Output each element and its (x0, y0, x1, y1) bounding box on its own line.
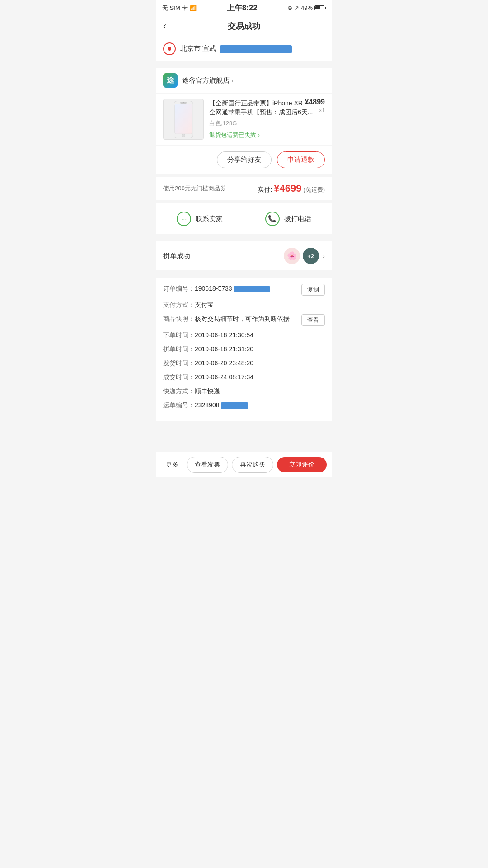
ship-time-row: 发货时间： 2019-06-20 23:48:20 (163, 359, 325, 368)
phone-icon: 📞 (265, 212, 280, 226)
pay-method-value: 支付宝 (195, 300, 325, 310)
group-arrow: › (323, 252, 325, 260)
copy-button[interactable]: 复制 (301, 284, 325, 296)
contact-seller-label: 联系卖家 (196, 215, 223, 223)
ship-time-label: 发货时间： (163, 359, 195, 368)
deal-time-row: 成交时间： 2019-06-24 08:17:34 (163, 373, 325, 382)
divider (156, 64, 332, 68)
group-time-value: 2019-06-18 21:31:20 (195, 344, 325, 354)
status-right: ⊕ ↗ 49% (287, 5, 326, 11)
order-time-label: 下单时间： (163, 330, 195, 340)
order-no-label: 订单编号： (163, 284, 195, 293)
tracking-label: 运单编号： (163, 401, 195, 410)
sim-status: 无 SIM 卡 (162, 4, 188, 12)
product-price: ¥4899 (305, 98, 325, 106)
contact-row: ··· 联系卖家 📞 拨打电话 (156, 203, 332, 234)
tracking-row: 运单编号： 2328908 (163, 401, 325, 410)
call-seller[interactable]: 📞 拨打电话 (244, 203, 333, 234)
header: ‹ 交易成功 (156, 16, 332, 37)
location-icon: ⊕ (287, 5, 292, 11)
group-title: 拼单成功 (163, 252, 284, 260)
actual-pay: 实付: ¥4699 (免运费) (258, 183, 325, 194)
coupon-text: 使用200元无门槛商品券 (163, 184, 226, 193)
share-button[interactable]: 分享给好友 (217, 151, 272, 168)
bottom-spacer (156, 425, 332, 452)
ship-time-value: 2019-06-20 23:48:20 (195, 359, 325, 368)
store-name: 途谷官方旗舰店 (182, 76, 230, 85)
snapshot-row: 商品快照： 核对交易细节时，可作为判断依据 查看 (163, 314, 325, 326)
battery-icon (314, 5, 326, 10)
group-avatars: 🌸 +2 (284, 248, 319, 264)
section-divider-2 (156, 274, 332, 278)
deal-time-value: 2019-06-24 08:17:34 (195, 373, 325, 382)
order-details: 订单编号： 190618-5733 复制 支付方式： 支付宝 商品快照： 核对交… (156, 278, 332, 421)
deal-time-label: 成交时间： (163, 373, 195, 382)
status-time: 上午8:22 (227, 3, 258, 13)
pay-method-row: 支付方式： 支付宝 (163, 300, 325, 310)
product-info: ¥4899 x1 【全新国行正品带票】iPhone XR 全网通苹果手机【预售：… (209, 99, 325, 139)
order-no-row: 订单编号： 190618-5733 复制 (163, 284, 325, 296)
review-button[interactable]: 立即评价 (277, 457, 327, 472)
svg-point-3 (183, 102, 184, 103)
product-qty: x1 (319, 107, 325, 113)
battery-percent: 49% (301, 5, 313, 11)
avatar-1: 🌸 (284, 248, 300, 264)
order-time-value: 2019-06-18 21:30:54 (195, 330, 325, 340)
free-ship: (免运费) (303, 186, 325, 193)
svg-rect-4 (175, 104, 192, 133)
group-time-label: 拼单时间： (163, 344, 195, 354)
order-no-blur (234, 286, 270, 292)
product-card: ¥4899 x1 【全新国行正品带票】iPhone XR 全网通苹果手机【预售：… (156, 94, 332, 145)
product-image (163, 99, 204, 140)
payment-info: 使用200元无门槛商品券 实付: ¥4699 (免运费) (156, 177, 332, 200)
pay-method-label: 支付方式： (163, 300, 195, 310)
more-button[interactable]: 更多 (161, 458, 183, 472)
group-time-row: 拼单时间： 2019-06-18 21:31:20 (163, 344, 325, 354)
status-left: 无 SIM 卡 📶 (162, 4, 197, 12)
snapshot-value: 核对交易细节时，可作为判断依据 (195, 314, 301, 324)
product-spec: 白色,128G (209, 119, 325, 127)
store-bar[interactable]: 途 途谷官方旗舰店 › (156, 68, 332, 93)
view-button[interactable]: 查看 (301, 314, 325, 326)
bottom-bar: 更多 查看发票 再次购买 立即评价 (156, 452, 332, 477)
tracking-value: 2328908 (195, 401, 325, 410)
refund-link[interactable]: 退货包运费已失效 › (209, 131, 325, 139)
store-logo: 途 (163, 73, 178, 88)
wifi-icon: 📶 (189, 5, 197, 11)
contact-seller[interactable]: ··· 联系卖家 (156, 203, 244, 234)
order-no-value: 190618-5733 (195, 284, 301, 293)
address-bar: 北京市 宣武 (156, 37, 332, 61)
express-row: 快递方式： 顺丰快递 (163, 387, 325, 396)
location-icon (163, 42, 176, 55)
snapshot-label: 商品快照： (163, 314, 195, 324)
section-divider (156, 238, 332, 241)
signal-icon: ↗ (294, 5, 299, 11)
message-icon: ··· (177, 212, 191, 226)
express-value: 顺丰快递 (195, 387, 325, 396)
actual-amount: ¥4699 (274, 183, 301, 194)
svg-point-5 (182, 134, 185, 137)
back-button[interactable]: ‹ (163, 21, 166, 31)
avatar-count: +2 (303, 248, 319, 264)
rebuy-button[interactable]: 再次购买 (232, 457, 273, 473)
page-title: 交易成功 (228, 21, 260, 32)
express-label: 快递方式： (163, 387, 195, 396)
status-bar: 无 SIM 卡 📶 上午8:22 ⊕ ↗ 49% (156, 0, 332, 16)
action-buttons: 分享给好友 申请退款 (156, 146, 332, 174)
tracking-blur (221, 402, 248, 409)
order-time-row: 下单时间： 2019-06-18 21:30:54 (163, 330, 325, 340)
call-label: 拨打电话 (284, 215, 311, 223)
invoice-button[interactable]: 查看发票 (187, 457, 228, 473)
address-blur (220, 45, 292, 53)
group-success: 拼单成功 🌸 +2 › (156, 241, 332, 270)
store-arrow: › (231, 77, 233, 84)
refund-button[interactable]: 申请退款 (277, 151, 325, 168)
address-text: 北京市 宣武 (180, 44, 292, 53)
